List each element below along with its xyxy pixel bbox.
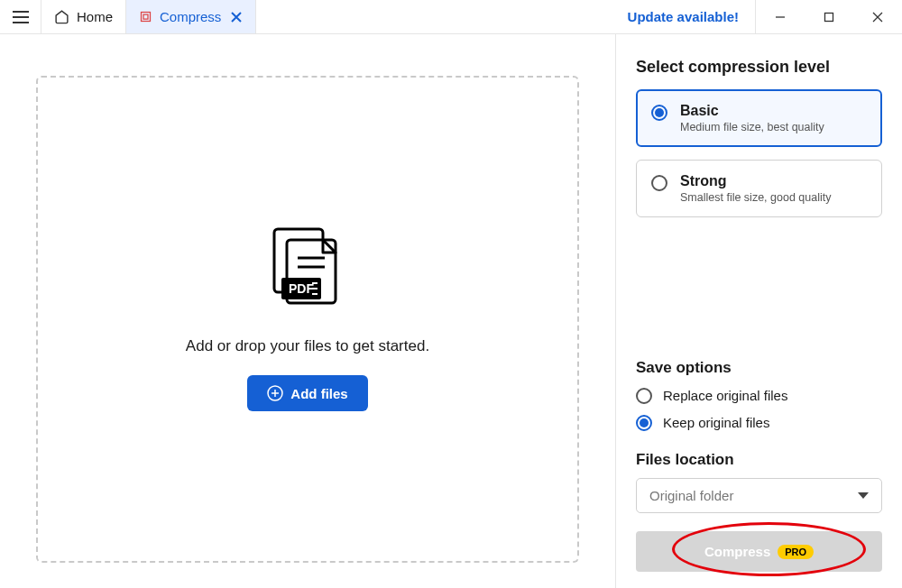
radio-strong bbox=[651, 175, 667, 191]
compression-level-title: Select compression level bbox=[636, 58, 882, 77]
save-keep-label: Keep original files bbox=[663, 415, 769, 430]
add-files-button[interactable]: Add files bbox=[247, 375, 367, 411]
option-basic-title: Basic bbox=[680, 103, 824, 119]
compression-option-basic[interactable]: Basic Medium file size, best quality bbox=[636, 89, 882, 147]
option-basic-sub: Medium file size, best quality bbox=[680, 121, 824, 133]
files-location-select[interactable]: Original folder bbox=[636, 478, 882, 513]
titlebar: Home Compress Update available! bbox=[0, 0, 902, 34]
add-files-label: Add files bbox=[290, 386, 347, 401]
svg-rect-0 bbox=[142, 13, 151, 22]
files-location-value: Original folder bbox=[649, 488, 733, 503]
save-option-replace[interactable]: Replace original files bbox=[636, 386, 882, 404]
tab-compress[interactable]: Compress bbox=[126, 0, 256, 33]
svg-text:PDF: PDF bbox=[289, 281, 314, 296]
tab-compress-label: Compress bbox=[160, 9, 221, 24]
main-area: PDF Add or drop your files to get starte… bbox=[0, 34, 615, 588]
maximize-icon bbox=[824, 12, 834, 23]
home-icon bbox=[54, 9, 69, 24]
pdf-file-icon: PDF bbox=[269, 227, 346, 317]
save-replace-label: Replace original files bbox=[663, 388, 787, 403]
hamburger-menu[interactable] bbox=[0, 0, 41, 33]
close-icon bbox=[230, 11, 243, 23]
tab-home[interactable]: Home bbox=[41, 0, 126, 33]
option-strong-sub: Smallest file size, good quality bbox=[680, 191, 831, 204]
save-option-keep[interactable]: Keep original files bbox=[636, 413, 882, 431]
tab-close-button[interactable] bbox=[230, 11, 243, 23]
option-strong-title: Strong bbox=[680, 173, 831, 189]
tabs: Home Compress bbox=[41, 0, 256, 33]
close-icon bbox=[872, 12, 883, 23]
compress-button[interactable]: Compress PRO bbox=[636, 531, 882, 572]
window-controls bbox=[756, 0, 902, 33]
dropzone-message: Add or drop your files to get started. bbox=[186, 337, 429, 355]
sidebar: Select compression level Basic Medium fi… bbox=[615, 34, 902, 588]
close-window-button[interactable] bbox=[853, 0, 902, 33]
dropzone[interactable]: PDF Add or drop your files to get starte… bbox=[36, 76, 579, 563]
radio-replace bbox=[636, 388, 652, 404]
svg-rect-1 bbox=[825, 13, 833, 21]
content: PDF Add or drop your files to get starte… bbox=[0, 34, 902, 588]
plus-circle-icon bbox=[267, 385, 283, 401]
pro-badge: PRO bbox=[778, 545, 814, 559]
radio-keep bbox=[636, 415, 652, 431]
minimize-icon bbox=[775, 12, 786, 23]
minimize-button[interactable] bbox=[756, 0, 805, 33]
radio-basic bbox=[651, 105, 667, 121]
compress-button-label: Compress bbox=[704, 544, 770, 559]
hamburger-icon bbox=[13, 11, 29, 23]
save-options-title: Save options bbox=[636, 359, 882, 377]
tab-home-label: Home bbox=[77, 9, 113, 24]
update-available-link[interactable]: Update available! bbox=[612, 0, 756, 33]
chevron-down-icon bbox=[858, 492, 869, 499]
maximize-button[interactable] bbox=[805, 0, 853, 33]
compression-option-strong[interactable]: Strong Smallest file size, good quality bbox=[636, 160, 882, 217]
files-location-title: Files location bbox=[636, 451, 882, 469]
compress-icon bbox=[139, 10, 152, 23]
